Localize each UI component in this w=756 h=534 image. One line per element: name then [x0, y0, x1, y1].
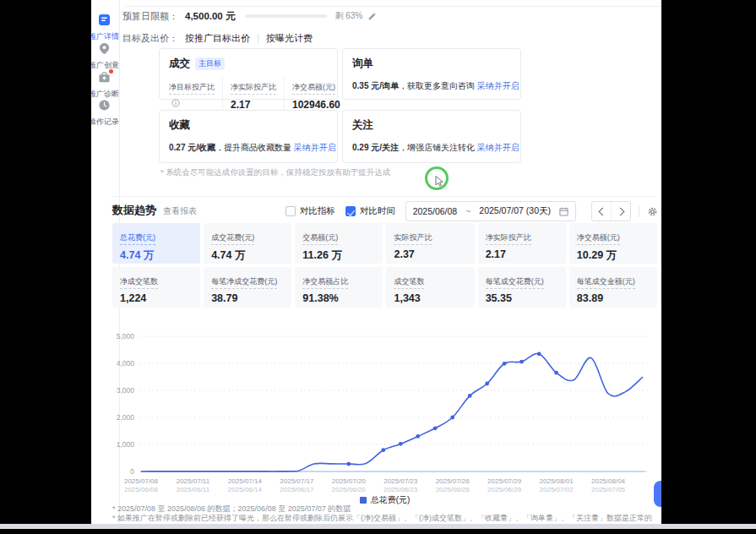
favorite-text: ，提升商品收藏数量	[215, 143, 294, 152]
trend-chart: 01,0002,0003,0004,0005,0002025/07/082025…	[112, 326, 657, 493]
operation-log-icon	[98, 99, 111, 112]
goal-option-by-impression[interactable]: 按曝光计费	[266, 32, 313, 45]
compare-metric-label: 对比指标	[300, 205, 335, 217]
metric-card-9[interactable]: 成交笔数1,3430	[386, 267, 474, 308]
view-report-link[interactable]: 查看报表	[163, 205, 197, 217]
svg-text:2025/06/20: 2025/06/20	[332, 486, 367, 493]
metric-card-4[interactable]: 净实际投产比2.170.00	[478, 223, 566, 264]
svg-text:2,000: 2,000	[117, 413, 135, 422]
budget-edit-icon[interactable]	[367, 12, 377, 21]
metric-card-5[interactable]: 净交易额(元)10.29 万0.00	[569, 223, 657, 264]
compare-metric-checkbox[interactable]: 对比指标	[286, 205, 335, 217]
trend-title: 数据趋势	[112, 203, 156, 218]
metric-card-compare-value: 0.00	[211, 307, 284, 308]
checkbox-unchecked-icon[interactable]	[286, 206, 296, 216]
sidebar-item-0[interactable]: 推广详情	[91, 14, 126, 42]
sidebar-item-3[interactable]: 操作记录	[91, 99, 126, 128]
chart-footnotes: * 2025/07/08 至 2025/08/06 的数据；2025/06/08…	[112, 504, 657, 523]
favorite-price: 0.27 元/收藏	[169, 143, 215, 152]
goal-option-by-target[interactable]: 按推广目标出价	[185, 32, 250, 45]
budget-value: 4,500.00 元	[185, 10, 235, 23]
goals-label: 目标及出价：	[122, 32, 178, 45]
section-divider	[112, 196, 657, 197]
deal-metric-label: 净实际投产比	[231, 82, 276, 95]
budget-row: 预算日限额： 4,500.00 元 剩 63%	[122, 9, 377, 23]
sidebar-item-2[interactable]: 推广诊断	[91, 71, 126, 100]
metric-card-label: 每笔成交金额(元)	[577, 276, 635, 289]
sidebar-item-1[interactable]: 推广创意	[91, 42, 126, 71]
controls-divider	[639, 205, 639, 217]
svg-text:2025/06/26: 2025/06/26	[436, 486, 470, 493]
metric-card-7[interactable]: 每笔净成交花费(元)38.790.00	[204, 267, 291, 308]
metric-card-value: 83.89	[577, 292, 650, 304]
metric-card-2[interactable]: 交易额(元)11.26 万0.00	[295, 223, 383, 264]
svg-text:0: 0	[130, 467, 134, 476]
feedback-side-handle[interactable]	[654, 481, 661, 507]
metric-card-0[interactable]: 总花费(元)4.74 万0.00	[112, 223, 200, 264]
svg-text:1,000: 1,000	[117, 440, 135, 449]
app-root: { "sidebar": { "items": [ {"label": "推广详…	[0, 0, 756, 534]
inquiry-adopt-link[interactable]: 采纳并开启	[477, 81, 519, 90]
metric-card-compare-value: 0.00	[486, 263, 558, 264]
compare-time-label: 对比时间	[360, 205, 395, 217]
next-period-button[interactable]	[611, 202, 630, 221]
svg-text:2025/06/23: 2025/06/23	[383, 486, 418, 493]
svg-text:2025/07/26: 2025/07/26	[436, 477, 470, 485]
favorite-adopt-link[interactable]: 采纳并开启	[294, 143, 336, 152]
svg-text:2025/07/11: 2025/07/11	[177, 477, 210, 485]
metric-card-value: 2.37	[394, 248, 466, 260]
svg-text:4,000: 4,000	[117, 359, 135, 368]
sidebar-item-label: 操作记录	[91, 117, 126, 128]
chart-footnote-2: * 如果推广在暂停或删除前已经获得了曝光，那么在暂停或删除后仍展示「(净)交易额…	[112, 514, 657, 523]
goal-card-inquiry[interactable]: 询单 0.35 元/询单，获取更多意向咨询 采纳并开启	[342, 48, 521, 100]
svg-text:2025/07/17: 2025/07/17	[280, 477, 314, 485]
metric-card-11[interactable]: 每笔成交金额(元)83.890.00	[569, 267, 657, 308]
metric-card-value: 2.17	[486, 248, 558, 260]
metric-card-1[interactable]: 成交花费(元)4.74 万0.00	[204, 223, 291, 264]
goal-card-deal[interactable]: 成交 主目标 净目标投产比2.45净实际投产比2.17净交易额(元)102946…	[159, 48, 338, 100]
checkbox-checked-icon[interactable]	[345, 206, 356, 216]
svg-text:2025/07/29: 2025/07/29	[487, 477, 522, 485]
metric-card-10[interactable]: 每笔成交花费(元)35.350.00	[478, 267, 566, 308]
prev-period-button[interactable]	[592, 202, 611, 221]
goal-footnote: * 系统会尽可能达成你设置的目标，保持稳定投放有助于提升达成	[160, 167, 390, 178]
metric-card-label: 每笔净成交花费(元)	[211, 276, 277, 289]
metric-card-value: 35.35	[486, 292, 558, 304]
follow-desc: 0.29 元/关注，增强店铺关注转化 采纳并开启	[352, 142, 511, 154]
follow-adopt-link[interactable]: 采纳并开启	[477, 143, 519, 152]
svg-text:2025/06/14: 2025/06/14	[228, 486, 263, 493]
metric-card-3[interactable]: 实际投产比2.370.00	[386, 223, 474, 264]
svg-text:2025/07/05: 2025/07/05	[591, 486, 626, 493]
promo-detail-icon	[98, 14, 111, 26]
follow-title: 关注	[352, 118, 373, 133]
panel-top-divider	[125, 6, 661, 7]
metric-card-value: 38.79	[211, 292, 284, 304]
metric-card-label: 实际投产比	[394, 232, 432, 245]
info-icon[interactable]	[171, 99, 180, 107]
goal-card-favorite[interactable]: 收藏 0.27 元/收藏，提升商品收藏数量 采纳并开启	[159, 110, 338, 163]
metric-card-compare-value: 0.00%	[302, 307, 375, 308]
metric-card-value: 10.29 万	[577, 248, 650, 263]
svg-text:5,000: 5,000	[117, 332, 135, 341]
metric-card-label: 净交易额(元)	[577, 232, 620, 245]
primary-goal-badge: 主目标	[195, 57, 225, 70]
metric-card-8[interactable]: 净交易额占比91.38%0.00%	[295, 267, 383, 308]
mouse-pointer-icon	[435, 176, 445, 188]
budget-label: 预算日限额：	[122, 10, 178, 23]
metric-card-label: 成交花费(元)	[211, 232, 254, 245]
date-range-picker[interactable]: 2025/06/08 ~ 2025/07/07 (30天)	[405, 201, 576, 221]
metric-card-value: 91.38%	[302, 292, 375, 304]
chevron-right-icon	[616, 207, 624, 215]
gear-icon[interactable]	[647, 206, 658, 217]
metric-card-label: 交易额(元)	[302, 232, 338, 245]
compare-time-checkbox[interactable]: 对比时间	[345, 205, 395, 217]
metric-card-6[interactable]: 净成交笔数1,2240	[112, 267, 200, 308]
metric-card-compare-value: 0	[394, 307, 466, 308]
metric-card-compare-value: 0.00	[486, 307, 558, 308]
deal-metric-label: 净交易额(元)	[292, 82, 335, 95]
inquiry-text: ，获取更多意向咨询	[399, 81, 477, 90]
goal-card-follow[interactable]: 关注 0.29 元/关注，增强店铺关注转化 采纳并开启	[342, 110, 521, 163]
inquiry-title: 询单	[352, 57, 373, 71]
svg-text:2025/07/08: 2025/07/08	[124, 477, 159, 485]
svg-text:2025/06/17: 2025/06/17	[280, 486, 314, 493]
